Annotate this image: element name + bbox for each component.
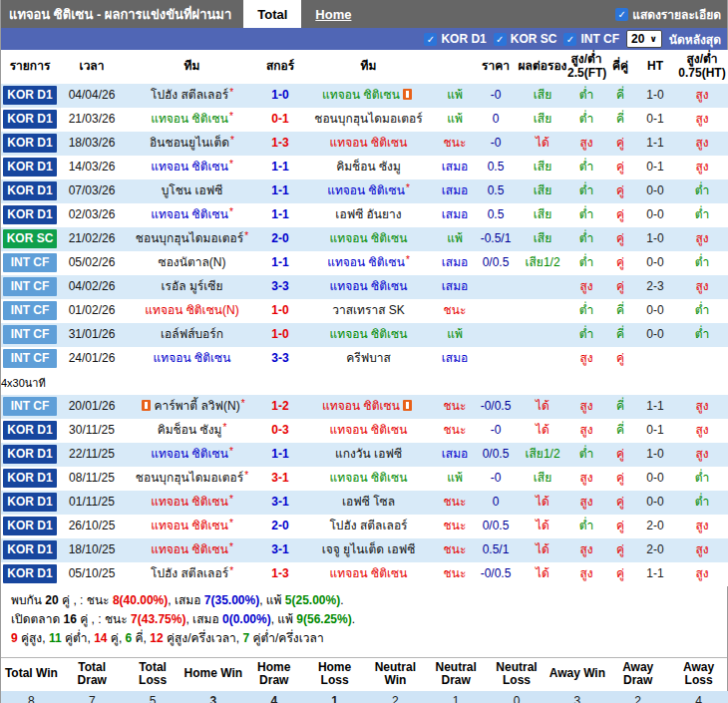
handicap-result: เสีย <box>518 467 567 491</box>
away-team: ชอนบุกฮุนไดมอเตอร์ <box>301 108 436 132</box>
recent-matches-label: นัดหลังสุด <box>669 30 721 49</box>
filter-checkbox-kor-sc[interactable]: ✓ KOR SC <box>494 32 557 46</box>
over-under-ft: สูง <box>567 538 605 562</box>
league-badge: INT CF <box>3 397 57 416</box>
over-under-ht: สูง <box>675 227 728 251</box>
ht-score: 1-0 <box>635 227 675 251</box>
show-details-checkbox[interactable]: ✓ แสดงรายละเอียด <box>615 0 727 28</box>
filter-bar: ✓ KOR D1 ✓ KOR SC ✓ INT CF 20 ∨ นัดหลังส… <box>1 28 727 50</box>
team-name: แทจอน ซิติเซน <box>151 160 228 174</box>
over-under-ht: สูง <box>675 132 728 156</box>
filter-label-kor-d1: KOR D1 <box>441 32 486 46</box>
home-team: แทจอน ซิติเซน* <box>125 203 259 227</box>
summary-segment: เปิดตลาด <box>11 612 64 626</box>
league-badge: KOR D1 <box>3 445 57 464</box>
odd-even: คี่ <box>605 84 635 108</box>
tab-total[interactable]: Total <box>243 0 301 28</box>
ht-score: 0-1 <box>635 156 675 179</box>
summary-segment: 0(0.00%) <box>222 612 271 626</box>
away-team: แทจอน ซิติเซน* <box>301 179 436 203</box>
score: 3-3 <box>259 275 301 299</box>
stats-header: Total Loss <box>123 658 183 692</box>
match-row: KOR D114/03/26แทจอน ซิติเซน*1-1คิมช็อน ซ… <box>1 156 728 179</box>
summary-segment: , เสมอ <box>185 612 222 626</box>
over-under-ft: สูง <box>567 419 605 443</box>
team-name: แทจอน ซิติเซน <box>322 399 400 413</box>
handicap-result: เสีย <box>518 108 567 132</box>
match-count-select[interactable]: 20 ∨ <box>626 30 662 48</box>
ht-score: 0-0 <box>635 251 675 275</box>
result: ชนะ <box>436 419 474 443</box>
match-row: INT CF01/02/26แทจอน ซิติเซน(N)1-0วาสเทรา… <box>1 299 728 323</box>
home-team: เรอัล มูร์เซีย <box>125 275 259 299</box>
over-under-ft: สูง <box>567 347 605 371</box>
score: 0-1 <box>259 108 301 132</box>
ht-score: 0-0 <box>635 467 675 491</box>
over-under-ft: สูง <box>567 132 605 156</box>
summary-line-1: พบกัน 20 คู่ , : ชนะ 8(40.00%), เสมอ 7(3… <box>11 591 727 610</box>
handicap: -0/0.5 <box>474 395 518 419</box>
home-team: แทจอน ซิติเซน* <box>125 538 259 562</box>
home-marker: * <box>229 446 233 457</box>
odd-even: คู่ <box>605 132 635 156</box>
handicap-result: เสีย1/2 <box>518 251 567 275</box>
column-header: HT <box>635 50 675 84</box>
over-under-ft: สูง <box>567 275 605 299</box>
over-under-ht: ต่ำ <box>675 203 728 227</box>
score: 1-0 <box>259 323 301 347</box>
result: ชนะ <box>436 491 474 515</box>
team-name: แทจอน ซิติเซน <box>151 519 228 532</box>
ht-score: 0-0 <box>635 323 675 347</box>
home-team: โปฮัง สตีลเลอร์* <box>125 562 259 586</box>
home-team: ซองนัตาล(N) <box>125 251 259 275</box>
date-cell: 26/10/25 <box>59 515 125 538</box>
score: 1-3 <box>259 562 301 586</box>
over-under-ft: สูง <box>567 491 605 515</box>
league-badge: KOR D1 <box>3 86 57 105</box>
team-name: แทจอน ซิติเซน(N) <box>145 303 238 317</box>
match-row: KOR D118/10/25แทจอน ซิติเซน*3-1เจจู ยูไน… <box>1 538 728 562</box>
filter-checkbox-kor-d1[interactable]: ✓ KOR D1 <box>424 32 486 46</box>
match-row: KOR D101/11/25แทจอน ซิติเซน*3-1เอฟซี โซล… <box>1 491 728 515</box>
team-name: ซองนัตาล(N) <box>159 255 226 269</box>
match-row: KOR SC21/02/26ชอนบุกฮุนไดมอเตอร์*2-0แทจอ… <box>1 227 728 251</box>
summary-segment: คู่, <box>108 631 126 645</box>
result: ชนะ <box>436 538 474 562</box>
date-cell: 18/10/25 <box>59 538 125 562</box>
stats-count: 2 <box>365 691 426 703</box>
filter-checkbox-int-cf[interactable]: ✓ INT CF <box>563 32 619 46</box>
team-name: คิมช็อน ซังมู <box>158 423 222 437</box>
result: เสมอ <box>436 347 474 371</box>
column-header: รายการ <box>1 50 59 84</box>
summary-segment: , แพ้ <box>271 612 297 626</box>
match-count-value: 20 <box>631 31 644 47</box>
column-header: ทีม <box>301 50 436 84</box>
odd-even: คู่ <box>605 227 635 251</box>
stats-count: 0 <box>487 691 547 703</box>
date-cell: 31/01/26 <box>59 323 125 347</box>
match-row: INT CF05/02/26ซองนัตาล(N)1-1แทจอน ซิติเซ… <box>1 251 728 275</box>
result: แพ้ <box>436 323 474 347</box>
home-marker: * <box>241 398 245 409</box>
column-header: ราคา <box>474 50 518 84</box>
score: 3-3 <box>259 347 301 371</box>
home-team: แทจอน ซิติเซน* <box>125 108 259 132</box>
handicap-result <box>518 347 567 371</box>
match-row: KOR D102/03/26แทจอน ซิติเซน*1-1เอฟซี อัน… <box>1 203 728 227</box>
team-name: แทจอน ซิติเซน <box>330 566 408 580</box>
away-team: แทจอน ซิติเซน <box>301 395 436 419</box>
date-cell: 01/11/25 <box>59 491 125 515</box>
handicap <box>474 299 518 323</box>
odd-even: คู่ <box>605 156 635 179</box>
score: 3-1 <box>259 538 301 562</box>
stats-count: 1 <box>304 691 365 703</box>
check-icon: ✓ <box>494 33 507 46</box>
away-team: เจจู ยูไนเต็ด เอฟซี <box>301 538 436 562</box>
ht-score: 1-1 <box>635 395 675 419</box>
summary-segment: 16 <box>64 612 77 626</box>
score: 3-1 <box>259 467 301 491</box>
odd-even: คู่ <box>605 443 635 467</box>
handicap-result: ได้ <box>518 538 567 562</box>
tab-home[interactable]: Home <box>301 0 365 28</box>
over-under-ft: สูง <box>567 395 605 419</box>
